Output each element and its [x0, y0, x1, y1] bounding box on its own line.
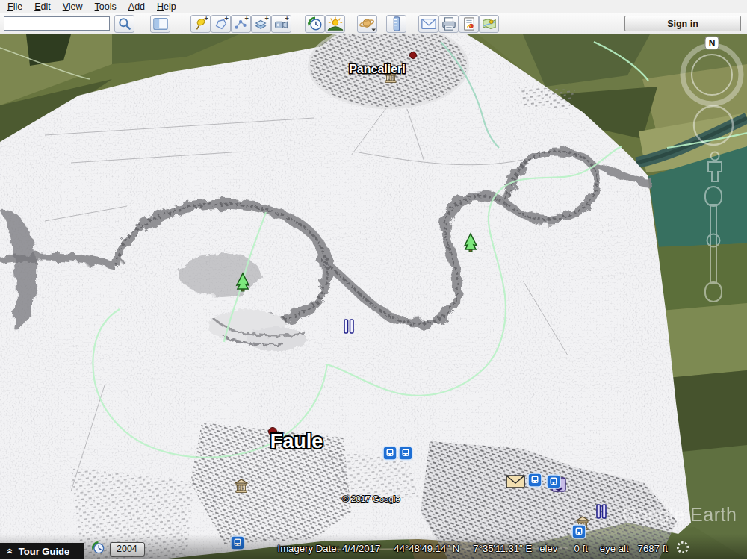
transit-stop-icon[interactable]	[399, 447, 412, 460]
toolbar: + + + + +	[0, 13, 747, 34]
map-viewport[interactable]: Pancalieri Faule © 2017 Google Google Ea…	[0, 34, 747, 559]
svg-text:+: +	[204, 16, 208, 22]
transit-stop-icon[interactable]	[231, 536, 244, 550]
history-clock-icon	[307, 16, 323, 32]
menu-add[interactable]: Add	[123, 1, 151, 13]
create-tools-group: + + + + +	[190, 15, 291, 33]
image-overlay-icon: +	[253, 16, 270, 32]
video-camera-icon: +	[273, 16, 290, 32]
placemark-pin-icon: +	[193, 16, 209, 32]
menu-bar: File Edit View Tools Add Help	[0, 0, 747, 13]
envelope-icon	[421, 16, 437, 31]
earth-3d-scene: Pancalieri Faule © 2017 Google Google Ea…	[0, 34, 747, 559]
email-button[interactable]	[418, 15, 438, 33]
transit-stop-icon[interactable]	[547, 475, 560, 488]
streaming-spinner-icon	[675, 540, 690, 557]
view-in-maps-button[interactable]	[479, 15, 499, 33]
save-image-button[interactable]	[459, 15, 479, 33]
svg-text:+: +	[285, 16, 288, 22]
menu-tools[interactable]: Tools	[89, 1, 123, 13]
menu-edit[interactable]: Edit	[28, 1, 57, 13]
search-input[interactable]	[4, 16, 110, 31]
ruler-icon	[389, 16, 404, 32]
expand-chevrons-icon: «	[5, 548, 16, 554]
saturn-icon	[359, 16, 376, 32]
planets-button[interactable]	[357, 15, 377, 33]
ruler-button[interactable]	[386, 15, 406, 33]
tour-guide-label: Tour Guide	[19, 546, 69, 557]
path-icon: +	[233, 16, 249, 32]
sidebar-toggle-button[interactable]	[150, 15, 170, 33]
sign-in-button[interactable]: Sign in	[624, 16, 741, 31]
menu-view[interactable]: View	[57, 1, 89, 13]
elev-value: 0 ft	[574, 543, 587, 554]
printer-icon	[441, 16, 457, 31]
status-readout: Imagery Date: 4/4/2017 44°48'49.14" N 7°…	[277, 540, 690, 557]
search-icon	[117, 16, 132, 31]
map-copyright: © 2017 Google	[342, 494, 400, 503]
add-placemark-button[interactable]: +	[190, 15, 211, 33]
save-image-icon	[462, 16, 477, 31]
record-tour-button[interactable]: +	[271, 15, 291, 33]
add-image-overlay-button[interactable]: +	[251, 15, 271, 33]
post-office-icon[interactable]	[506, 476, 524, 488]
placemark-dot-pancalieri[interactable]	[410, 52, 417, 59]
transit-stop-icon[interactable]	[383, 447, 397, 460]
google-earth-window: File Edit View Tools Add Help +	[0, 0, 747, 560]
menu-help[interactable]: Help	[151, 1, 182, 13]
sunlight-button[interactable]	[325, 15, 345, 33]
svg-text:+: +	[244, 16, 248, 22]
sun-icon	[327, 16, 344, 32]
transit-stop-icon[interactable]	[572, 525, 586, 538]
time-clock-icon[interactable]	[91, 541, 105, 558]
latitude-readout: 44°48'49.14" N	[394, 543, 459, 554]
label-pancalieri: Pancalieri	[349, 63, 406, 75]
add-path-button[interactable]: +	[231, 15, 251, 33]
svg-text:+: +	[264, 16, 268, 22]
eye-alt-value: 7687 ft	[638, 543, 668, 554]
menu-file[interactable]: File	[1, 1, 28, 13]
transit-stop-icon[interactable]	[528, 473, 542, 487]
google-maps-icon	[481, 16, 498, 31]
share-tools-group	[418, 15, 499, 33]
imagery-date: Imagery Date: 4/4/2017	[277, 543, 380, 554]
longitude-readout: 7°35'11.31" E	[473, 543, 532, 554]
sidebar-panel-icon	[152, 16, 169, 31]
polygon-icon: +	[213, 16, 229, 32]
compass-north-label: N	[709, 38, 716, 49]
tour-guide-bar[interactable]: « Tour Guide	[0, 543, 84, 559]
historical-imagery-button[interactable]	[305, 15, 325, 33]
elev-label: elev	[539, 543, 557, 554]
label-faule: Faule	[270, 430, 323, 452]
search-button[interactable]	[114, 15, 134, 33]
eye-alt-label: eye alt	[600, 543, 629, 554]
time-slider-cluster: 2004	[91, 541, 145, 558]
svg-text:+: +	[224, 16, 228, 22]
print-button[interactable]	[438, 15, 459, 33]
historical-imagery-year-button[interactable]: 2004	[110, 542, 145, 556]
time-sun-group	[305, 15, 345, 33]
add-polygon-button[interactable]: +	[211, 15, 231, 33]
google-earth-watermark: Google Earth	[622, 504, 737, 525]
